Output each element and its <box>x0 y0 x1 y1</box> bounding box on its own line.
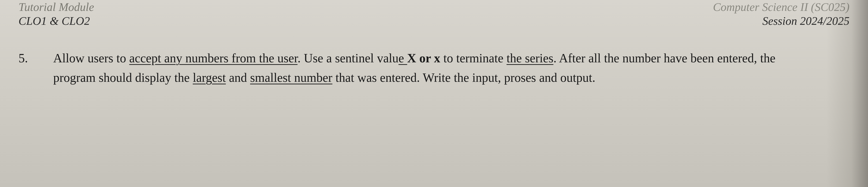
question-text: Allow users to accept any numbers from t… <box>53 49 849 87</box>
document-page: Tutorial Module CLO1 & CLO2 Computer Sci… <box>0 0 868 87</box>
page-header: Tutorial Module CLO1 & CLO2 Computer Sci… <box>19 0 849 28</box>
text-part: that was entered. Write the input, prose… <box>332 71 595 85</box>
module-title: Tutorial Module <box>19 0 94 14</box>
text-underlined: smallest number <box>250 71 332 85</box>
header-right: Computer Science II (SC025) Session 2024… <box>713 0 849 28</box>
text-part: Allow users to <box>53 51 129 65</box>
text-underlined: largest <box>193 71 226 85</box>
text-part: to terminate <box>440 51 506 65</box>
clo-reference: CLO1 & CLO2 <box>19 14 94 28</box>
question-number: 5. <box>19 49 53 87</box>
text-part: . Use a sentinel valu <box>298 51 399 65</box>
header-left: Tutorial Module CLO1 & CLO2 <box>19 0 94 28</box>
course-code: Computer Science II (SC025) <box>713 0 849 14</box>
text-underlined: accept any numbers from the user <box>129 51 297 65</box>
question-block: 5. Allow users to accept any numbers fro… <box>19 49 849 87</box>
text-underlined: e <box>399 51 407 65</box>
text-bold: X or x <box>407 51 440 65</box>
session-year: Session 2024/2025 <box>713 14 849 28</box>
text-underlined: the series <box>506 51 553 65</box>
text-part: and <box>226 71 250 85</box>
